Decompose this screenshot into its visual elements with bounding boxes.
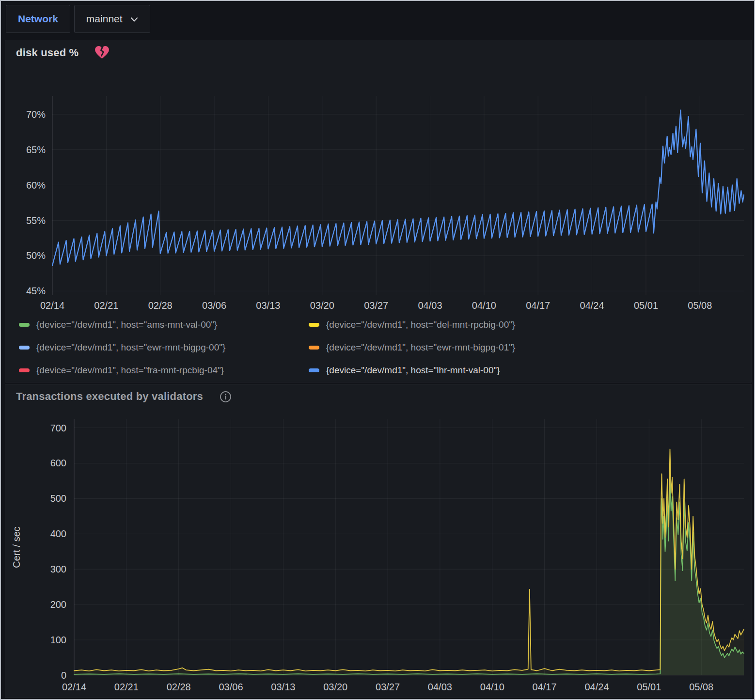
legend-item-5[interactable]: {device="/dev/md1", host="lhr-mnt-val-00… [309,359,515,382]
x-axis-tick-label: 04/03 [418,300,442,311]
series-line-yellow [74,449,744,671]
panel-title: disk used % [16,47,79,59]
x-axis-tick-label: 04/24 [580,300,604,311]
legend: {device="/dev/md1", host="ams-mnt-val-00… [19,313,515,382]
series-line-green [74,477,744,674]
x-axis-tick-label: 02/28 [167,682,191,692]
y-axis-tick-label: 70% [26,109,46,120]
y-axis-tick-label: 60% [26,180,46,191]
x-axis-tick-label: 03/06 [219,682,243,692]
info-icon[interactable] [220,391,232,403]
x-axis-tick-label: 04/10 [480,682,504,692]
network-label-text: Network [18,13,58,25]
legend-item-4[interactable]: {device="/dev/md1", host="fra-mnt-rpcbig… [19,359,309,382]
legend-series-color-chip[interactable] [19,323,30,327]
x-axis-tick-label: 02/14 [62,682,86,692]
transactions-chart[interactable]: 010020030040050060070002/1402/2102/2803/… [5,402,753,696]
y-axis-tick-label: 700 [50,423,66,433]
legend-series-label[interactable]: {device="/dev/md1", host="ams-mnt-val-00… [36,319,217,330]
x-axis-tick-label: 04/17 [526,300,550,311]
legend-series-color-chip[interactable] [19,346,30,350]
panel-tx-header[interactable]: Transactions executed by validators [5,384,752,403]
legend-series-color-chip[interactable] [309,323,319,327]
legend-item-1[interactable]: {device="/dev/md1", host="del-mnt-rpcbig… [309,313,515,336]
x-axis-tick-label: 04/03 [428,682,452,692]
y-axis-tick-label: 45% [26,286,46,296]
x-axis-tick-label: 05/01 [637,682,661,692]
y-axis-tick-label: 55% [26,215,46,226]
x-axis-tick-label: 03/13 [271,682,295,692]
y-axis-tick-label: 50% [26,250,46,261]
x-axis-tick-label: 03/27 [376,682,400,692]
x-axis-tick-label: 02/21 [94,300,118,311]
y-axis-tick-label: 500 [50,493,66,504]
legend-item-3[interactable]: {device="/dev/md1", host="ewr-mnt-bigpg-… [309,336,515,359]
legend-series-label[interactable]: {device="/dev/md1", host="lhr-mnt-val-00… [326,365,500,376]
x-axis-tick-label: 03/06 [202,300,226,311]
y-axis-tick-label: 65% [26,144,46,155]
x-axis-tick-label: 04/24 [584,682,609,692]
panel-disk-used: disk used % 45%50%55%60%65%70%02/1402/21… [5,40,752,382]
x-axis-tick-label: 04/17 [533,682,557,692]
disk-used-chart[interactable]: 45%50%55%60%65%70%02/1402/2102/2803/0603… [5,88,753,320]
panel-transactions: Transactions executed by validators 0100… [5,384,752,698]
legend-series-label[interactable]: {device="/dev/md1", host="ewr-mnt-bigpg-… [36,342,225,353]
y-axis-title: Cert / sec [11,526,22,568]
series-area-green [74,477,744,675]
y-axis-tick-label: 400 [50,528,66,539]
x-axis-tick-label: 02/21 [114,682,139,692]
legend-series-color-chip[interactable] [309,368,319,372]
x-axis-tick-label: 02/28 [148,300,173,311]
legend-series-label[interactable]: {device="/dev/md1", host="fra-mnt-rpcbig… [36,365,224,376]
y-axis-tick-label: 0 [61,670,66,681]
legend-item-2[interactable]: {device="/dev/md1", host="ewr-mnt-bigpg-… [19,336,309,359]
x-axis-tick-label: 05/08 [689,682,713,692]
x-axis-tick-label: 03/27 [364,300,388,311]
x-axis-tick-label: 03/20 [323,682,347,692]
chevron-down-icon [130,17,138,22]
legend-series-label[interactable]: {device="/dev/md1", host="del-mnt-rpcbig… [326,319,515,330]
alert-broken-heart-icon[interactable] [95,46,109,59]
x-axis-tick-label: 04/10 [472,300,496,311]
panel-disk-header[interactable]: disk used % [5,40,752,59]
legend-series-color-chip[interactable] [19,368,30,372]
variable-label-network[interactable]: Network [6,5,70,33]
x-axis-tick-label: 05/01 [634,300,658,311]
network-dropdown[interactable]: mainnet [74,5,150,33]
legend-series-label[interactable]: {device="/dev/md1", host="ewr-mnt-bigpg-… [326,342,515,353]
y-axis-tick-label: 100 [50,635,66,645]
legend-series-color-chip[interactable] [309,346,319,350]
panel-title: Transactions executed by validators [16,390,203,403]
x-axis-tick-label: 03/13 [256,300,280,311]
x-axis-tick-label: 02/14 [40,300,64,311]
legend-item-0[interactable]: {device="/dev/md1", host="ams-mnt-val-00… [19,313,309,336]
x-axis-tick-label: 03/20 [310,300,334,311]
series-line-{device="/dev/md1", host="lhr-mnt-val-00"} [52,110,744,266]
x-axis-tick-label: 05/08 [688,300,712,311]
dashboard-variables-bar: Network mainnet [1,1,754,39]
series-area-yellow [74,449,744,675]
y-axis-tick-label: 200 [50,599,66,610]
network-dropdown-value: mainnet [86,13,123,25]
y-axis-tick-label: 600 [50,458,66,468]
y-axis-tick-label: 300 [50,564,66,574]
